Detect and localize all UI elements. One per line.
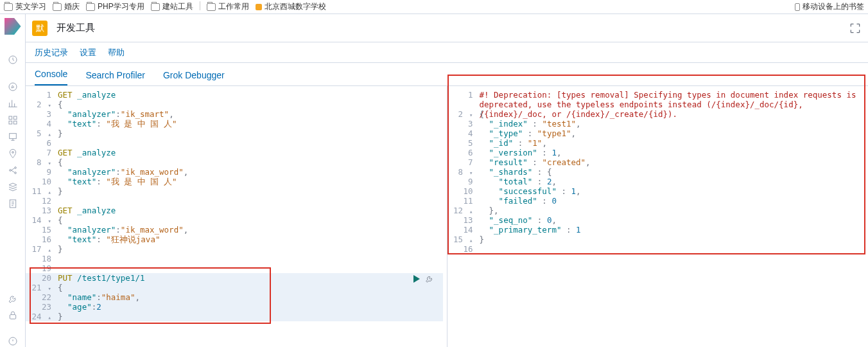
- bookmark-item[interactable]: 英文学习: [4, 1, 46, 12]
- svg-rect-5: [13, 121, 17, 124]
- mobile-bookmarks[interactable]: 移动设备上的书签: [795, 1, 864, 12]
- folder-icon: [4, 3, 13, 11]
- side-rail: [0, 14, 26, 347]
- logs-icon[interactable]: [7, 198, 19, 209]
- request-editor[interactable]: 12 ▾345 ▴678 ▾91011 ▴121314 ▾151617 ▴181…: [26, 86, 447, 347]
- run-icon[interactable]: [413, 275, 420, 283]
- request-actions: [413, 274, 434, 283]
- recent-icon[interactable]: [7, 54, 19, 66]
- svg-rect-6: [9, 134, 16, 139]
- svg-point-8: [9, 170, 11, 172]
- svg-point-10: [14, 172, 16, 174]
- svg-point-1: [9, 83, 17, 91]
- tab-grok-debugger[interactable]: Grok Debugger: [163, 70, 225, 85]
- folder-icon: [86, 3, 95, 11]
- header: 默 开发工具: [26, 14, 868, 42]
- folder-icon: [207, 3, 216, 11]
- bookmark-item[interactable]: 婚庆: [53, 1, 80, 12]
- space-badge[interactable]: 默: [32, 21, 48, 36]
- svg-point-9: [14, 167, 16, 169]
- tabs: Console Search Profiler Grok Debugger: [26, 63, 868, 86]
- svg-rect-12: [10, 315, 15, 319]
- code-area: #! Deprecation: [types removal] Specifyi…: [477, 86, 869, 254]
- management-icon[interactable]: [7, 310, 19, 321]
- discover-icon[interactable]: [7, 81, 19, 93]
- bookmark-item[interactable]: 建站工具: [151, 1, 193, 12]
- response-viewer[interactable]: ⋮ 12 ▾345678 ▾9101112 ▴131415 ▴16 #! Dep…: [447, 86, 869, 347]
- bookmark-item[interactable]: PHP学习专用: [86, 1, 144, 12]
- dev-tools-icon[interactable]: [7, 293, 19, 305]
- svg-point-7: [12, 152, 13, 154]
- kibana-logo[interactable]: [4, 18, 21, 35]
- phone-icon: [795, 3, 800, 11]
- fullscreen-icon[interactable]: [849, 22, 862, 35]
- ml-icon[interactable]: [7, 165, 19, 176]
- folder-icon: [151, 3, 160, 11]
- tab-console[interactable]: Console: [35, 69, 67, 85]
- wrench-icon[interactable]: [425, 274, 434, 283]
- bookmark-bar: 英文学习 婚庆 PHP学习专用 建站工具 工作常用 北京西城数字学校 移动设备上…: [0, 0, 868, 14]
- infra-icon[interactable]: [7, 181, 19, 193]
- line-gutter: 12 ▾345678 ▾9101112 ▴131415 ▴16: [447, 86, 477, 254]
- bookmark-item[interactable]: 工作常用: [207, 1, 249, 12]
- link-history[interactable]: 历史记录: [35, 47, 68, 58]
- maps-icon[interactable]: [7, 148, 19, 159]
- svg-rect-3: [13, 116, 17, 120]
- subheader: 历史记录 设置 帮助: [26, 42, 868, 63]
- code-area[interactable]: GET _analyze{ "analyzer":"ik_smart", "te…: [55, 86, 447, 321]
- line-gutter: 12 ▾345 ▴678 ▾91011 ▴121314 ▾151617 ▴181…: [26, 86, 55, 321]
- svg-rect-4: [9, 121, 12, 124]
- folder-icon: [53, 3, 62, 11]
- link-settings[interactable]: 设置: [80, 47, 96, 58]
- page-title: 开发工具: [56, 22, 95, 34]
- tab-search-profiler[interactable]: Search Profiler: [85, 70, 145, 85]
- visualize-icon[interactable]: [7, 98, 19, 109]
- bookmark-item-special[interactable]: 北京西城数字学校: [256, 1, 326, 12]
- canvas-icon[interactable]: [7, 131, 19, 143]
- collapse-icon[interactable]: [7, 335, 19, 347]
- divider: [200, 1, 200, 10]
- site-icon: [256, 4, 262, 10]
- link-help[interactable]: 帮助: [108, 47, 125, 58]
- svg-rect-2: [9, 116, 12, 120]
- dashboard-icon[interactable]: [7, 114, 19, 126]
